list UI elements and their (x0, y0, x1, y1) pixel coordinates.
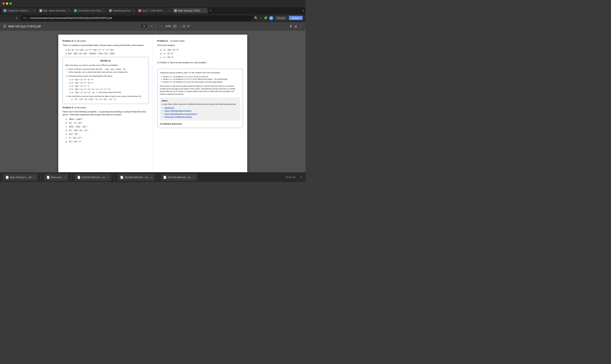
media-link-trinomial2[interactable]: Factor Trinomials when a is not equal to… (165, 113, 238, 115)
download-caret-3[interactable]: ▲ (107, 176, 109, 178)
tab-icon-rebirth: T (74, 9, 77, 12)
zoom-in-button[interactable]: + (172, 24, 177, 29)
prob4-g: g. 4x² + 12x + 9 (66, 140, 148, 143)
tab-icon-math160: M (174, 9, 177, 12)
tab-close-college[interactable]: ✕ (33, 10, 35, 12)
tab-college-ave[interactable]: C College Ave Student Loa... ✕ (1, 8, 37, 13)
address-box[interactable]: File | /Users/marvinbermudez/Downloads/M… (21, 15, 253, 21)
tab-close-rebirth[interactable]: ✕ (103, 10, 105, 12)
prob4-a: a. 48a³b − 12ab³ = (66, 118, 148, 121)
problem3-desc: There is a mistake in each problem below… (63, 44, 148, 47)
notes-sub-list: (x + 3)(x + 3) = x² + 6x + 9 (x − 3)(x −… (68, 78, 146, 94)
download-caret-1[interactable]: ▲ (33, 176, 35, 178)
file-icon-4: 📄 (120, 176, 124, 179)
media-link-gcf[interactable]: Identify GCF (165, 106, 238, 109)
download-label-5: SE1IX0VudEFwcD....ica (168, 176, 191, 179)
tab-icon-paraphrasing: P (109, 9, 112, 12)
prob4-e: e. 4m⁸ − 36 = (66, 133, 148, 136)
tab-close-quiz5[interactable]: ✕ (168, 10, 170, 12)
download-caret-4[interactable]: ▲ (150, 176, 152, 178)
download-item-1[interactable]: 📄 Math 160 Quiz 5....pdf ▲ (3, 174, 38, 181)
notes-item-1: There could be a common factor like this… (68, 68, 146, 74)
forward-button[interactable]: → (9, 15, 14, 21)
print-button[interactable]: 🖨 (294, 25, 297, 28)
docx-file-icon: 📄 (46, 176, 50, 179)
close-download-bar[interactable]: ✕ (300, 176, 302, 179)
notes-sub-b: (x − 3)(x − 3) = x² − 6x + 9 (71, 81, 146, 84)
download-item-3[interactable]: 📄 SE1IX0VudEFwcD....ica ▲ (75, 174, 111, 181)
tab-close-paraphrasing[interactable]: ✕ (132, 10, 134, 12)
media-desc: Access these online resources for additi… (162, 103, 238, 106)
profile-avatar[interactable]: M (269, 16, 273, 20)
zoom-out-button[interactable]: − (159, 24, 164, 29)
minimize-button[interactable] (6, 2, 8, 5)
pdf-right-column: Problem 5: (2 points each) Solve each eq… (153, 35, 248, 172)
notes-intro: When factoring, we need to consider many… (65, 64, 146, 67)
tab-paraphrasing[interactable]: P Paraphrasing Tool ✕ (107, 8, 136, 13)
separator-4 (157, 175, 158, 180)
tab-icon-college: C (3, 9, 6, 12)
download-caret-2[interactable]: ▲ (64, 176, 66, 178)
download-bar: 📄 Math 160 Quiz 5....pdf ▲ 📄 Ethics.docx… (0, 172, 306, 182)
notes-title: NOTES #3 (65, 59, 146, 63)
fit-page-button[interactable]: ⊡ (183, 24, 185, 28)
download-pdf-button[interactable]: ⬇ (290, 24, 292, 28)
maximize-button[interactable] (9, 2, 12, 5)
more-options-button[interactable]: ⋮ (299, 24, 302, 28)
prob5-c: c. x² − 25 = 0 (160, 56, 243, 59)
notes-item-2: Factoring using common formulas/patterns… (68, 75, 146, 94)
hamburger-menu[interactable]: ☰ (3, 24, 6, 28)
practice-box: Additional practice problems (NOT TO BE … (157, 69, 243, 128)
separator-2 (71, 175, 72, 180)
separator-1 (41, 175, 41, 180)
problem5-title: Problem 5: (2 points each) (157, 39, 243, 43)
media-links: Identify GCF Factor Trinomials when a Eq… (162, 106, 238, 118)
tab-math160[interactable]: M Math 160 Quiz 5 SP22.p... ✕ (172, 8, 208, 13)
reload-button[interactable]: ↻ (15, 15, 19, 21)
new-tab-button[interactable]: + (208, 9, 213, 13)
download-item-5[interactable]: 📄 SE1IX0VudEFwcD....ica ▲ (161, 174, 197, 181)
file-label: File (23, 17, 27, 19)
download-caret-5[interactable]: ▲ (193, 176, 195, 178)
tab-close-mail[interactable]: ✕ (68, 10, 70, 12)
tab-label-mail: Mail - Marvin Bermudez (43, 9, 66, 12)
search-icon[interactable]: 🔍 (254, 16, 258, 20)
tab-close-math160[interactable]: ✕ (204, 10, 206, 12)
tab-rebirth[interactable]: T The Rebirth of the Clinic ✕ (72, 8, 107, 13)
paused-button[interactable]: Paused (275, 16, 287, 20)
media-link-cubes[interactable]: Factor Sum or Difference of Cubes (165, 116, 238, 118)
notes-item-3: We could find a common factor and then b… (68, 95, 146, 101)
practice-item-2: Section 1.5: Try problems 5,7,9,11,17,23… (163, 78, 240, 81)
tab-mail[interactable]: M Mail - Marvin Bermudez ✕ (37, 8, 72, 13)
download-item-4[interactable]: 📄 SE1IX0VudEFwcD....ica ▲ (118, 174, 154, 181)
extensions-icon[interactable]: 🧩 (264, 16, 267, 20)
close-button[interactable] (2, 2, 5, 5)
titlebar (0, 0, 306, 7)
tab-label-college: College Ave Student Loa... (7, 9, 31, 12)
tab-quiz5[interactable]: Q Quiz 5 - 22SP MATH-16... ✕ (136, 8, 172, 13)
page-number-input[interactable] (141, 24, 147, 28)
rotate-button[interactable]: ↺ (187, 24, 189, 28)
practice-desc: Each section in your book provides pract… (160, 85, 240, 95)
media-box: MEDIA Access these online resources for … (160, 97, 240, 121)
bookmark-icon[interactable]: ☆ (260, 16, 262, 20)
notes-sub-c: (x + 3)(x − 3) = x² − 9 (71, 85, 146, 88)
page-separator: / (149, 25, 150, 28)
media-link-trinomial1[interactable]: Factor Trinomials when a Equals 1 (165, 109, 238, 112)
download-item-2[interactable]: 📄 Ethics.docx ▲ (44, 174, 68, 181)
download-label-1: Math 160 Quiz 5....pdf (10, 176, 31, 179)
back-button[interactable]: ← (2, 15, 7, 21)
toolbar-right: 🔍 ☆ 🧩 M Paused Update ▾ (254, 16, 303, 20)
address-bar: ← → ↻ File | /Users/marvinbermudez/Downl… (0, 14, 306, 22)
pdf-file-icon: 📄 (5, 176, 9, 179)
pdf-toolbar: ☰ Math 160 Quiz 5 SP22.pdf / 4 | − 67% +… (0, 22, 306, 31)
show-all-button[interactable]: Show All (284, 175, 297, 180)
download-label-2: Ethics.docx (51, 176, 62, 179)
pdf-page: Problem 3: (2 pts each) There is a mista… (58, 35, 247, 172)
prob5-a: a. (x − 1)(x + 3) = 0 (160, 48, 243, 51)
tab-label-paraphrasing: Paraphrasing Tool (113, 9, 130, 12)
problem4-title: Problem 4: (3 pts each) (63, 106, 148, 109)
tab-list-button[interactable]: ▾ (303, 9, 304, 12)
update-caret: ▾ (300, 17, 301, 19)
update-button[interactable]: Update ▾ (289, 16, 303, 20)
